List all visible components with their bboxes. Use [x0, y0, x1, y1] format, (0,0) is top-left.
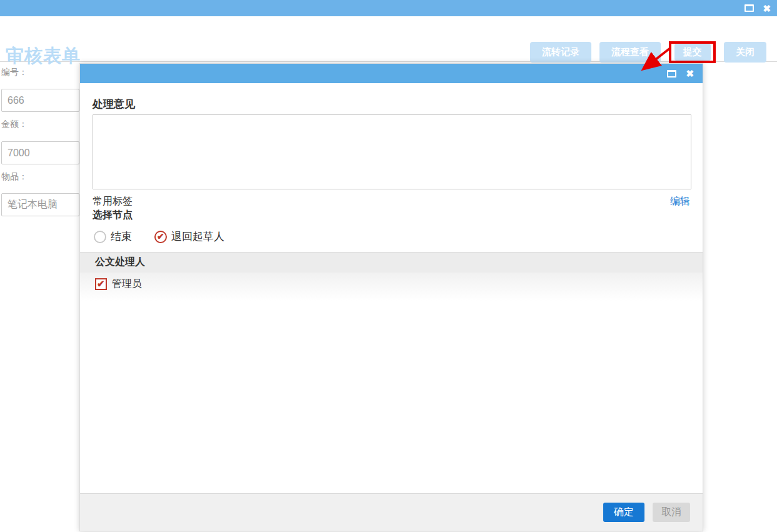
toolbar: 流转记录 流程查看 提交 关闭 [530, 41, 766, 63]
radio-option-return-drafter[interactable]: 退回起草人 [154, 229, 224, 244]
document-handler-label: 公文处理人 [80, 253, 703, 273]
radio-option-label: 结束 [111, 229, 132, 244]
tags-row: 常用标签 编辑 [93, 195, 690, 208]
handler-option-admin[interactable]: 管理员 [95, 278, 690, 291]
number-label: 编号： [1, 67, 28, 78]
item-input[interactable] [1, 193, 79, 216]
cancel-button[interactable]: 取消 [653, 503, 690, 522]
dialog-footer: 确定 取消 [80, 493, 703, 531]
radio-option-end[interactable]: 结束 [94, 229, 132, 244]
opinion-textarea[interactable] [93, 114, 691, 189]
amount-input[interactable] [1, 141, 79, 164]
page-title: 审核表单 [6, 44, 81, 69]
page: ✖ 审核表单 流转记录 流程查看 提交 关闭 编号： 金额： 物品： ✖ 处理意… [0, 0, 777, 532]
submit-highlight-annotation: 提交 [669, 41, 716, 63]
handler-option-label: 管理员 [112, 278, 142, 291]
process-dialog: ✖ 处理意见 常用标签 编辑 选择节点 结束 退回起草人 [79, 63, 703, 531]
handler-list: 管理员 [80, 273, 703, 306]
dialog-close-icon[interactable]: ✖ [686, 69, 694, 78]
submit-button[interactable]: 提交 [674, 44, 711, 61]
opinion-label: 处理意见 [93, 97, 690, 111]
dialog-maximize-icon[interactable] [667, 70, 676, 78]
checkbox-checked-icon[interactable] [95, 278, 107, 290]
close-form-button[interactable]: 关闭 [724, 42, 766, 63]
common-tags-label: 常用标签 [93, 195, 133, 208]
item-label: 物品： [1, 171, 28, 183]
process-view-button[interactable]: 流程查看 [599, 42, 661, 63]
select-node-label: 选择节点 [93, 209, 690, 222]
amount-label: 金额： [1, 119, 28, 130]
form-field-amount: 金额： [1, 119, 28, 130]
document-handler-section: 公文处理人 管理员 [80, 252, 703, 306]
node-options: 结束 退回起草人 [94, 229, 690, 244]
form-field-item: 物品： [1, 171, 28, 183]
confirm-button[interactable]: 确定 [603, 503, 644, 522]
radio-checked-icon[interactable] [154, 231, 167, 243]
radio-unchecked-icon[interactable] [94, 231, 106, 243]
number-input[interactable] [1, 89, 79, 112]
window-titlebar: ✖ [0, 0, 777, 16]
transfer-record-button[interactable]: 流转记录 [530, 42, 591, 63]
close-window-icon[interactable]: ✖ [763, 4, 771, 13]
edit-tags-link[interactable]: 编辑 [670, 195, 690, 208]
page-header: 审核表单 流转记录 流程查看 提交 关闭 [0, 16, 777, 62]
dialog-body: 处理意见 常用标签 编辑 选择节点 结束 退回起草人 公文处理人 [80, 83, 703, 493]
maximize-window-icon[interactable] [744, 4, 754, 12]
radio-option-label: 退回起草人 [171, 229, 224, 244]
dialog-titlebar: ✖ [80, 64, 703, 83]
form-field-number: 编号： [1, 67, 28, 78]
